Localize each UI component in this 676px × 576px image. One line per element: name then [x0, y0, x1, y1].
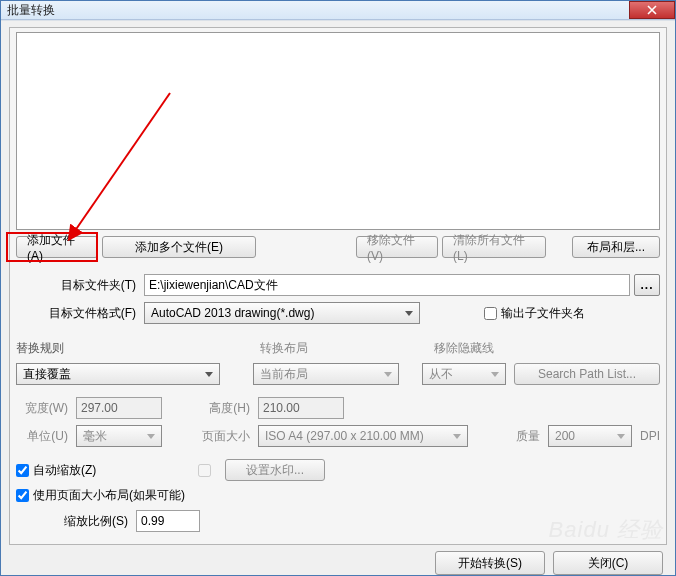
remove-file-button[interactable]: 移除文件(V) — [356, 236, 438, 258]
quality-select[interactable]: 200 — [548, 425, 632, 447]
target-format-row: 目标文件格式(F) AutoCAD 2013 drawing(*.dwg) 输出… — [16, 302, 660, 324]
clear-all-button[interactable]: 清除所有文件(L) — [442, 236, 546, 258]
target-format-label: 目标文件格式(F) — [16, 305, 140, 322]
target-folder-input[interactable]: E:\jixiewenjian\CAD文件 — [144, 274, 630, 296]
auto-zoom-checkbox[interactable]: 自动缩放(Z) — [16, 462, 186, 479]
headers-row: 替换规则 转换布局 移除隐藏线 — [16, 340, 660, 357]
remove-hidden-header: 移除隐藏线 — [434, 340, 534, 357]
page-size-select[interactable]: ISO A4 (297.00 x 210.00 MM) — [258, 425, 468, 447]
set-watermark-button[interactable]: 设置水印... — [225, 459, 325, 481]
autozoom-row: 自动缩放(Z) 设置水印... — [16, 459, 660, 481]
chevron-down-icon — [613, 426, 629, 446]
layout-layers-button[interactable]: 布局和层... — [572, 236, 660, 258]
target-format-select[interactable]: AutoCAD 2013 drawing(*.dwg) — [144, 302, 420, 324]
watermark-enable-checkbox[interactable] — [198, 464, 211, 477]
close-icon[interactable] — [629, 1, 675, 19]
rule-row: 直接覆盖 当前布局 从不 Search Path List... — [16, 363, 660, 385]
chevron-down-icon — [143, 426, 159, 446]
convert-layout-header: 转换布局 — [260, 340, 410, 357]
browse-button[interactable]: ... — [634, 274, 660, 296]
output-subfolder-checkbox[interactable]: 输出子文件夹名 — [484, 305, 585, 322]
close-button[interactable]: 关闭(C) — [553, 551, 663, 575]
zoom-ratio-input[interactable]: 0.99 — [136, 510, 200, 532]
replace-rule-header: 替换规则 — [16, 340, 226, 357]
dim-row: 宽度(W) 297.00 高度(H) 210.00 — [16, 397, 660, 419]
dialog-buttons: 开始转换(S) 关闭(C) — [9, 545, 667, 575]
width-input[interactable]: 297.00 — [76, 397, 162, 419]
chevron-down-icon — [380, 364, 396, 384]
unit-select[interactable]: 毫米 — [76, 425, 162, 447]
height-input[interactable]: 210.00 — [258, 397, 344, 419]
convert-layout-select[interactable]: 当前布局 — [253, 363, 399, 385]
pagelayout-row: 使用页面大小布局(如果可能) — [16, 487, 660, 504]
highlight-box — [6, 232, 98, 262]
add-multi-button[interactable]: 添加多个文件(E) — [102, 236, 256, 258]
titlebar: 批量转换 — [1, 1, 675, 20]
file-list[interactable] — [16, 32, 660, 230]
remove-hidden-select[interactable]: 从不 — [422, 363, 506, 385]
toolbar-blurred — [1, 20, 675, 21]
quality-label: 质量 — [504, 428, 544, 445]
start-convert-button[interactable]: 开始转换(S) — [435, 551, 545, 575]
target-folder-row: 目标文件夹(T) E:\jixiewenjian\CAD文件 ... — [16, 274, 660, 296]
file-buttons-row: 添加文件(A) 添加多个文件(E) 移除文件(V) 清除所有文件(L) 布局和层… — [16, 236, 660, 258]
page-size-label: 页面大小 — [198, 428, 254, 445]
search-path-button[interactable]: Search Path List... — [514, 363, 660, 385]
dpi-label: DPI — [640, 429, 660, 443]
zoom-row: 缩放比例(S) 0.99 — [16, 510, 660, 532]
chevron-down-icon — [449, 426, 465, 446]
target-folder-label: 目标文件夹(T) — [16, 277, 140, 294]
use-page-layout-checkbox[interactable]: 使用页面大小布局(如果可能) — [16, 487, 185, 504]
window-title: 批量转换 — [7, 2, 55, 19]
width-label: 宽度(W) — [16, 400, 72, 417]
chevron-down-icon — [201, 364, 217, 384]
chevron-down-icon — [487, 364, 503, 384]
height-label: 高度(H) — [198, 400, 254, 417]
replace-rule-select[interactable]: 直接覆盖 — [16, 363, 220, 385]
zoom-ratio-label: 缩放比例(S) — [16, 513, 132, 530]
dialog-window: 批量转换 添加文件(A) 添加多个文件(E) 移除文件(V) 清除所有文件(L) — [0, 0, 676, 576]
chevron-down-icon — [401, 303, 417, 323]
unit-label: 单位(U) — [16, 428, 72, 445]
unit-row: 单位(U) 毫米 页面大小 ISO A4 (297.00 x 210.00 MM… — [16, 425, 660, 447]
